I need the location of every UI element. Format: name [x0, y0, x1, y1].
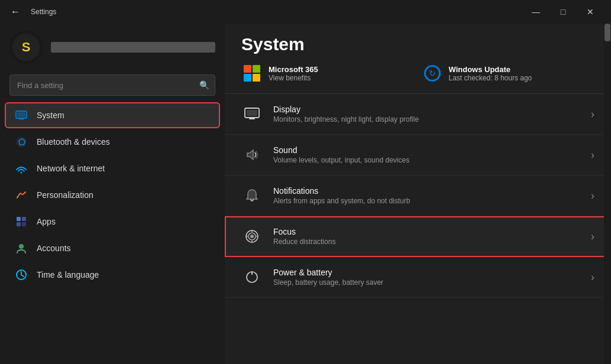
display-subtitle: Monitors, brightness, night light, displ…	[273, 115, 580, 124]
content-header: System	[225, 24, 611, 63]
notifications-subtitle: Alerts from apps and system, do not dist…	[273, 197, 580, 205]
setting-sound[interactable]: Sound Volume levels, output, input, soun…	[225, 135, 611, 176]
sound-title: Sound	[273, 145, 580, 155]
sidebar-item-apps[interactable]: Apps	[5, 209, 220, 235]
svg-rect-1	[17, 112, 25, 117]
main-layout: S 🔍 System	[0, 24, 611, 364]
setting-display[interactable]: Display Monitors, brightness, night ligh…	[225, 94, 611, 135]
page-title: System	[241, 34, 594, 54]
setting-focus[interactable]: Focus Reduce distractions ›	[225, 216, 611, 257]
sidebar-item-personalization-label: Personalization	[37, 190, 93, 200]
titlebar: ← Settings — □ ✕	[0, 0, 611, 24]
content-scrollbar[interactable]	[604, 24, 611, 364]
sidebar-item-bluetooth-label: Bluetooth & devices	[37, 137, 110, 147]
content-area: System Microsoft 365 View benefits	[225, 24, 611, 364]
setting-notifications[interactable]: Notifications Alerts from apps and syste…	[225, 176, 611, 216]
display-title: Display	[273, 105, 580, 114]
windows-update-text: Windows Update Last checked: 8 hours ago	[449, 65, 532, 82]
focus-chevron: ›	[591, 230, 594, 243]
power-chevron: ›	[591, 271, 594, 284]
setting-power[interactable]: Power & battery Sleep, battery usage, ba…	[225, 257, 611, 298]
sidebar-item-time[interactable]: Time & language	[5, 262, 220, 288]
power-title: Power & battery	[273, 268, 580, 277]
windows-update-icon: ↻	[422, 63, 443, 84]
svg-rect-7	[22, 217, 26, 221]
apps-icon	[14, 214, 28, 229]
nav-list: System ⬠ Bluetooth & devices	[0, 102, 225, 364]
svg-rect-14	[249, 118, 255, 119]
display-text: Display Monitors, brightness, night ligh…	[273, 105, 580, 124]
sidebar-item-accounts[interactable]: Accounts	[5, 235, 220, 261]
close-button[interactable]: ✕	[577, 2, 604, 21]
power-subtitle: Sleep, battery usage, battery saver	[273, 278, 580, 287]
back-button[interactable]: ←	[7, 4, 24, 20]
sidebar-item-accounts-label: Accounts	[37, 243, 71, 253]
display-icon	[241, 103, 263, 125]
svg-point-17	[250, 235, 254, 238]
display-chevron: ›	[591, 108, 594, 121]
svg-point-10	[19, 244, 24, 249]
ms365-title: Microsoft 365	[269, 65, 318, 74]
app-title: Settings	[31, 8, 515, 16]
search-input[interactable]	[9, 74, 215, 96]
user-profile: S	[0, 24, 225, 71]
ms365-text: Microsoft 365 View benefits	[269, 65, 318, 82]
search-icon: 🔍	[199, 80, 209, 90]
banners-row: Microsoft 365 View benefits ↻ Windows Up…	[225, 63, 611, 94]
sidebar-item-system-label: System	[37, 110, 64, 120]
svg-rect-6	[17, 217, 21, 221]
svg-rect-8	[17, 222, 21, 226]
personalization-icon	[14, 188, 28, 202]
sidebar-item-apps-label: Apps	[37, 217, 56, 226]
scrollbar-thumb	[604, 24, 610, 41]
maximize-button[interactable]: □	[549, 2, 577, 21]
bluetooth-icon: ⬠	[14, 135, 28, 149]
notifications-icon	[241, 185, 263, 206]
power-text: Power & battery Sleep, battery usage, ba…	[273, 268, 580, 287]
svg-rect-2	[19, 119, 24, 120]
svg-rect-13	[247, 110, 257, 116]
settings-list: Display Monitors, brightness, night ligh…	[225, 94, 611, 364]
windows-update-subtitle: Last checked: 8 hours ago	[449, 74, 532, 82]
sidebar-item-network[interactable]: Network & internet	[5, 155, 220, 181]
search-container: 🔍	[9, 74, 215, 96]
time-icon	[14, 268, 28, 282]
svg-point-5	[21, 172, 22, 174]
ms365-icon	[241, 63, 263, 84]
minimize-button[interactable]: —	[522, 2, 549, 21]
windows-update-banner[interactable]: ↻ Windows Update Last checked: 8 hours a…	[422, 63, 595, 84]
ms365-banner[interactable]: Microsoft 365 View benefits	[241, 63, 415, 84]
svg-text:⬠: ⬠	[18, 137, 25, 147]
ms365-subtitle: View benefits	[269, 74, 318, 82]
sidebar-item-personalization[interactable]: Personalization	[5, 182, 220, 208]
sidebar-item-time-label: Time & language	[37, 270, 99, 280]
sound-icon	[241, 144, 263, 165]
sound-subtitle: Volume levels, output, input, sound devi…	[273, 156, 580, 164]
focus-text: Focus Reduce distractions	[273, 227, 580, 246]
accounts-icon	[14, 241, 28, 255]
sidebar: S 🔍 System	[0, 24, 225, 364]
window-controls: — □ ✕	[522, 2, 604, 21]
sound-chevron: ›	[591, 149, 594, 161]
sound-text: Sound Volume levels, output, input, soun…	[273, 145, 580, 164]
focus-subtitle: Reduce distractions	[273, 238, 580, 246]
sidebar-item-bluetooth[interactable]: ⬠ Bluetooth & devices	[5, 129, 220, 155]
notifications-text: Notifications Alerts from apps and syste…	[273, 186, 580, 205]
network-icon	[14, 161, 28, 176]
sidebar-item-system[interactable]: System	[5, 102, 220, 128]
windows-update-title: Windows Update	[449, 65, 532, 74]
avatar: S	[9, 31, 43, 64]
sidebar-item-network-label: Network & internet	[37, 164, 105, 173]
focus-icon	[241, 226, 263, 247]
notifications-title: Notifications	[273, 186, 580, 196]
notifications-chevron: ›	[591, 190, 594, 202]
system-icon	[14, 108, 28, 122]
focus-title: Focus	[273, 227, 580, 236]
power-icon	[241, 266, 263, 288]
svg-rect-9	[22, 222, 26, 226]
user-name-blurred	[51, 42, 215, 53]
